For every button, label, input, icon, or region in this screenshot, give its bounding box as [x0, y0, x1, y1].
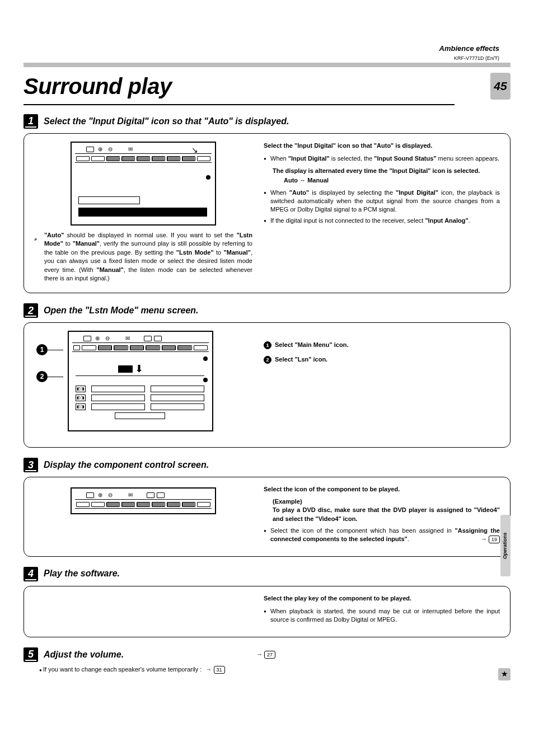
step2-right: 1Select "Main Menu" icon. 2Select "Lsn" …	[264, 331, 500, 437]
title-underline	[24, 104, 455, 105]
step1-alternated-note: The display is alternated every time the…	[273, 167, 500, 175]
osd-screen-3: ⊕ ⊖ ✉	[71, 487, 216, 514]
step3-title: Display the component control screen.	[44, 459, 209, 471]
step5-subnote: If you want to change each speaker's vol…	[39, 665, 510, 674]
step3-heading: Select the icon of the component to be p…	[264, 485, 500, 494]
step3-right: Select the icon of the component to be p…	[264, 485, 500, 546]
grey-page-bar	[24, 63, 510, 67]
footer-star-icon: ★	[498, 668, 510, 680]
step1-bullet-3: If the digital input is not connected to…	[264, 217, 500, 225]
step2-header: 2 Open the "Lstn Mode" menu screen.	[24, 303, 510, 318]
step1-title: Select the "Input Digital" icon so that …	[44, 115, 289, 128]
osd-screen-1: ⊕ ⊖ ✉ ↘	[71, 142, 216, 226]
step1-bullet-1: When "Input Digital" is selected, the "I…	[264, 154, 500, 163]
step-number-5: 5	[24, 647, 38, 662]
page-title: Surround play	[24, 71, 483, 102]
step2-instr-1: 1Select "Main Menu" icon.	[264, 341, 500, 349]
osd-screen-2: ⊕ ⊖ ✉ ⬇ ◧◨	[68, 331, 213, 431]
lsn-menu-rows: ◧◨ ◧◨ ◧◨	[76, 386, 204, 419]
step4-title: Play the software.	[44, 567, 120, 580]
step1-bullet-2: When "Auto" is displayed by selecting th…	[264, 189, 500, 214]
step2-left: 1 2 ⊕ ⊖ ✉	[34, 331, 252, 437]
step2-box: 1 2 ⊕ ⊖ ✉	[24, 322, 510, 448]
step5-pageref-wrap: 27	[256, 650, 275, 659]
osd-field	[78, 196, 140, 204]
step4-left	[34, 594, 252, 627]
step1-right-heading: Select the "Input Digital" icon so that …	[264, 142, 500, 150]
step4-right: Select the play key of the component to …	[264, 594, 500, 627]
step-number-1: 1	[24, 114, 38, 129]
section-name: Ambience effects	[439, 44, 499, 54]
step1-header: 1 Select the "Input Digital" icon so tha…	[24, 114, 510, 129]
step3-box: ⊕ ⊖ ✉ Select the icon of the component t…	[24, 477, 510, 556]
page-ref-27: 27	[264, 651, 275, 659]
step3-bullet: Select the icon of the component which h…	[264, 527, 500, 544]
step3-left: ⊕ ⊖ ✉	[34, 485, 252, 546]
music-note-icon	[34, 231, 38, 248]
step1-left-note: "Auto" should be displayed in normal use…	[44, 231, 252, 283]
step3-header: 3 Display the component control screen.	[24, 458, 510, 472]
step4-bullet: When playback is started, the sound may …	[264, 607, 500, 624]
step2-title: Open the "Lstn Mode" menu screen.	[44, 304, 199, 317]
step4-heading: Select the play key of the component to …	[264, 594, 500, 603]
step-number-2: 2	[24, 303, 38, 318]
step3-example-text: To play a DVD disc, make sure that the D…	[273, 506, 500, 523]
status-dot-icon	[203, 356, 208, 361]
model-code: KRF-V7771D (En/T)	[439, 55, 499, 62]
step1-box: ⊕ ⊖ ✉ ↘ "Auto" should be displayed	[24, 133, 510, 293]
lsn-highlight	[118, 365, 133, 373]
step4-box: Select the play key of the component to …	[24, 586, 510, 637]
side-tab-operations: Operations	[500, 515, 510, 576]
step2-instr-2: 2Select "Lsn" icon.	[264, 355, 500, 364]
step4-header: 4 Play the software.	[24, 567, 510, 581]
step5-title: Adjust the volume.	[44, 649, 124, 661]
cursor-icon: ↘	[191, 145, 198, 156]
step1-auto-manual: Auto ↔ Manual	[284, 176, 500, 185]
callout-1-badge: 1	[36, 344, 48, 355]
step5-header: 5 Adjust the volume. 27	[24, 647, 510, 662]
osd-highlight-bar	[78, 208, 207, 217]
step-number-4: 4	[24, 567, 38, 581]
status-dot-icon	[206, 175, 210, 180]
step1-left: ⊕ ⊖ ✉ ↘ "Auto" should be displayed	[34, 142, 252, 283]
page-ref-19: 19	[489, 536, 500, 543]
page-ref-31: 31	[214, 666, 225, 674]
step-number-3: 3	[24, 458, 38, 472]
step3-example-label: (Example)	[273, 497, 500, 506]
step1-right: Select the "Input Digital" icon so that …	[264, 142, 500, 283]
status-dot-icon	[203, 378, 208, 382]
down-arrow-icon: ⬇	[135, 365, 143, 372]
callout-2-badge: 2	[36, 371, 48, 382]
header-right: Ambience effects KRF-V7771D (En/T)	[439, 44, 499, 62]
